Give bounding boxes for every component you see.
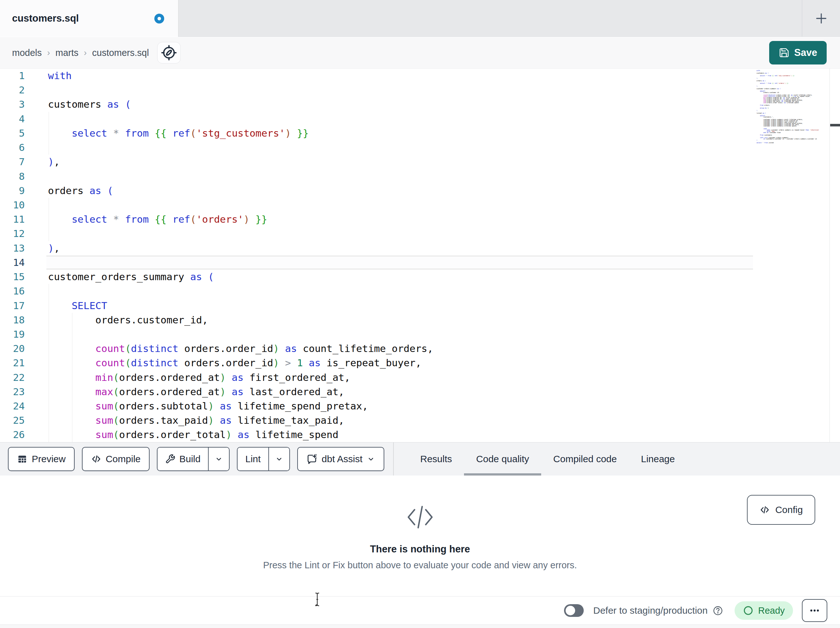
dbt-assist-label: dbt Assist <box>322 454 362 464</box>
breadcrumb-separator: › <box>47 48 50 58</box>
line-number[interactable]: 11 <box>0 212 25 226</box>
chevron-down-icon <box>275 454 284 463</box>
line-number[interactable]: 3 <box>0 97 25 111</box>
code-line[interactable]: 21 count(distinct orders.order_id) > 1 a… <box>0 356 840 370</box>
preview-button[interactable]: Preview <box>8 447 75 471</box>
format-button[interactable] <box>157 42 181 63</box>
tab-lineage[interactable]: Lineage <box>629 443 687 476</box>
minimap[interactable]: withcustomers as ( select * from {{ ref(… <box>756 70 829 144</box>
code-line[interactable]: 12 <box>0 226 840 241</box>
save-icon <box>779 47 789 58</box>
tab-code-quality[interactable]: Code quality <box>464 443 541 476</box>
code-line[interactable]: 19 <box>0 327 840 342</box>
code-line[interactable]: 6 <box>0 141 840 155</box>
line-number[interactable]: 21 <box>0 356 25 370</box>
line-number[interactable]: 10 <box>0 198 25 212</box>
save-button[interactable]: Save <box>769 41 827 65</box>
build-button[interactable]: Build <box>158 448 208 470</box>
code-line[interactable]: 24 sum(orders.subtotal) as lifetime_spen… <box>0 399 840 413</box>
build-split-button: Build <box>157 447 230 471</box>
code-line[interactable]: 9orders as ( <box>0 183 840 198</box>
defer-toggle[interactable] <box>564 604 584 617</box>
compass-icon <box>161 44 177 61</box>
code-line[interactable]: 15customer_orders_summary as ( <box>0 270 840 284</box>
code-editor[interactable]: 1with23customers as (45 select * from {{… <box>0 69 840 442</box>
config-label: Config <box>775 505 803 515</box>
line-number[interactable]: 24 <box>0 399 25 413</box>
empty-state-title: There is nothing here <box>370 544 470 555</box>
ready-circle-icon <box>743 605 754 616</box>
overview-ruler[interactable] <box>829 69 840 442</box>
code-line[interactable]: 23 max(orders.ordered_at) as last_ordere… <box>0 385 840 399</box>
status-bar: Defer to staging/production Ready <box>0 596 840 625</box>
line-number[interactable]: 23 <box>0 385 25 399</box>
line-number[interactable]: 6 <box>0 141 25 155</box>
line-number[interactable]: 1 <box>0 69 25 83</box>
lint-button[interactable]: Lint <box>238 448 268 470</box>
line-number[interactable]: 2 <box>0 83 25 97</box>
line-number[interactable]: 15 <box>0 270 25 284</box>
toggle-knob <box>565 606 575 615</box>
code-line[interactable]: 5 select * from {{ ref('stg_customers') … <box>0 126 840 141</box>
line-number[interactable]: 12 <box>0 226 25 241</box>
breadcrumb-marts[interactable]: marts <box>55 47 79 58</box>
code-line[interactable]: 7), <box>0 155 840 169</box>
code-line[interactable]: 10 <box>0 198 840 212</box>
status-badge[interactable]: Ready <box>734 601 793 620</box>
line-number[interactable]: 9 <box>0 183 25 198</box>
code-line[interactable]: 25 sum(orders.tax_paid) as lifetime_tax_… <box>0 413 840 427</box>
code-line[interactable]: 22 min(orders.ordered_at) as first_order… <box>0 370 840 385</box>
code-line[interactable]: 8 <box>0 169 840 183</box>
tab-customers-sql[interactable]: customers.sql <box>0 0 178 37</box>
line-number[interactable]: 17 <box>0 299 25 313</box>
dbt-assist-button[interactable]: dbt Assist <box>297 447 384 471</box>
line-number[interactable]: 7 <box>0 155 25 169</box>
code-line[interactable]: 11 select * from {{ ref('orders') }} <box>0 212 840 226</box>
tab-results[interactable]: Results <box>408 443 464 476</box>
line-number[interactable]: 13 <box>0 241 25 255</box>
compile-label: Compile <box>106 454 141 464</box>
code-line[interactable]: 20 count(distinct orders.order_id) as co… <box>0 342 840 356</box>
compile-button[interactable]: Compile <box>82 447 150 471</box>
save-label: Save <box>794 47 817 59</box>
plus-icon <box>814 11 829 26</box>
line-number[interactable]: 14 <box>0 255 25 270</box>
breadcrumb-separator: › <box>84 48 87 58</box>
code-lines: 1with23customers as (45 select * from {{… <box>0 69 840 442</box>
code-line[interactable]: 17 SELECT <box>0 299 840 313</box>
help-icon[interactable] <box>713 606 723 616</box>
line-number[interactable]: 22 <box>0 370 25 385</box>
config-button[interactable]: Config <box>747 495 815 525</box>
code-line[interactable]: 2 <box>0 83 840 97</box>
tab-title: customers.sql <box>12 13 79 24</box>
code-line[interactable]: 26 sum(orders.order_total) as lifetime_s… <box>0 427 840 442</box>
line-number[interactable]: 20 <box>0 342 25 356</box>
chevron-down-icon <box>366 454 376 463</box>
code-line[interactable]: 14 <box>0 255 840 270</box>
lint-dropdown-button[interactable] <box>268 448 289 470</box>
line-number[interactable]: 4 <box>0 112 25 126</box>
code-line[interactable]: 16 <box>0 284 840 298</box>
code-line[interactable]: 4 <box>0 112 840 126</box>
code-icon <box>759 505 770 515</box>
line-number[interactable]: 5 <box>0 126 25 141</box>
tab-compiled-code[interactable]: Compiled code <box>541 443 629 476</box>
code-line[interactable]: 13), <box>0 241 840 255</box>
line-number[interactable]: 25 <box>0 413 25 427</box>
line-number[interactable]: 19 <box>0 327 25 342</box>
overflow-menu-button[interactable] <box>802 599 827 622</box>
line-number[interactable]: 18 <box>0 313 25 327</box>
code-line[interactable]: 18 orders.customer_id, <box>0 313 840 327</box>
code-icon <box>91 454 102 464</box>
build-dropdown-button[interactable] <box>208 448 229 470</box>
line-number[interactable]: 26 <box>0 427 25 442</box>
new-tab-button[interactable] <box>802 0 840 36</box>
breadcrumb-models[interactable]: models <box>12 47 42 58</box>
code-line[interactable]: 1with <box>0 69 840 83</box>
results-tab-bar: ResultsCode qualityCompiled codeLineage <box>408 443 687 476</box>
line-number[interactable]: 16 <box>0 284 25 298</box>
dbt-ide-window: customers.sql models › marts › customers… <box>0 0 840 628</box>
line-number[interactable]: 8 <box>0 169 25 183</box>
chevron-down-icon <box>214 454 223 463</box>
code-line[interactable]: 3customers as ( <box>0 97 840 111</box>
